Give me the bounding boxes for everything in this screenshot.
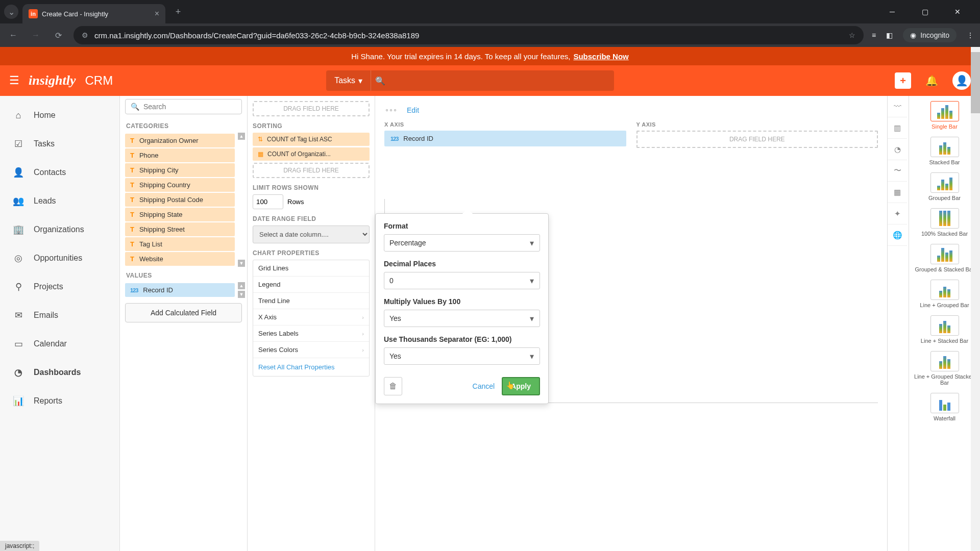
text-type-icon: T xyxy=(130,181,134,189)
pie-chart-icon[interactable]: ◔ xyxy=(888,139,907,160)
cancel-button[interactable]: Cancel xyxy=(473,382,495,390)
nav-contacts[interactable]: 👤Contacts xyxy=(0,158,119,187)
nav-reports[interactable]: 📊Reports xyxy=(0,387,119,415)
nav-calendar[interactable]: ▭Calendar xyxy=(0,330,119,358)
avatar[interactable]: 👤 xyxy=(952,71,971,90)
decimal-select[interactable]: 0 xyxy=(384,272,540,289)
address-bar: ← → ⟳ ⚙ crm.na1.insightly.com/Dashboards… xyxy=(0,23,980,47)
nav-dashboards[interactable]: ◔Dashboards xyxy=(0,358,119,387)
chart-type-line-grouped-stacked[interactable]: Line + Grouped Stacked Bar xyxy=(909,349,980,391)
field-website[interactable]: TWebsite xyxy=(125,252,235,266)
drag-zone-sort[interactable]: DRAG FIELD HERE xyxy=(253,163,370,178)
global-search-input[interactable] xyxy=(389,77,614,85)
scroll-up-icon[interactable]: ▲ xyxy=(238,133,245,140)
chart-type-line-stacked[interactable]: Line + Stacked Bar xyxy=(909,313,980,349)
nav-emails[interactable]: ✉Emails xyxy=(0,301,119,330)
apply-button[interactable]: 👆 Apply xyxy=(502,377,540,395)
extensions-icon[interactable]: ≡ xyxy=(872,31,876,39)
sort-item-1[interactable]: ⇅COUNT of Tag List ASC xyxy=(253,133,370,146)
chart-icon: 📊 xyxy=(12,395,24,407)
maximize-button[interactable]: ▢ xyxy=(915,2,935,22)
thousands-select[interactable]: Yes xyxy=(384,347,540,365)
scroll-down-icon[interactable]: ▼ xyxy=(238,260,245,267)
menu-toggle-icon[interactable]: ☰ xyxy=(9,74,19,87)
nav-organizations[interactable]: 🏢Organizations xyxy=(0,215,119,244)
nav-projects[interactable]: ⚲Projects xyxy=(0,272,119,301)
browser-tab[interactable]: in Create Card - Insightly × xyxy=(22,4,165,23)
prop-series-labels[interactable]: Series Labels› xyxy=(253,325,369,342)
subscribe-link[interactable]: Subscribe Now xyxy=(573,52,628,61)
page-scrollbar[interactable] xyxy=(971,47,980,551)
drag-zone-top[interactable]: DRAG FIELD HERE xyxy=(253,101,370,116)
panel-icon[interactable]: ◧ xyxy=(886,31,893,39)
x-axis-chip[interactable]: 123 Record ID xyxy=(384,131,626,146)
globe-icon[interactable]: 🌐 xyxy=(888,224,907,246)
prop-x-axis[interactable]: X Axis› xyxy=(253,309,369,325)
incognito-badge[interactable]: ◉ Incognito xyxy=(903,28,957,42)
chart-type-stacked-bar[interactable]: Stacked Bar xyxy=(909,135,980,170)
logo[interactable]: insightly xyxy=(29,73,76,88)
field-organization-owner[interactable]: TOrganization Owner xyxy=(125,134,235,147)
nav-home[interactable]: ⌂Home xyxy=(0,101,119,130)
field-shipping-state[interactable]: TShipping State xyxy=(125,208,235,221)
add-button[interactable]: + xyxy=(895,72,911,89)
sparkle-icon[interactable]: ✦ xyxy=(888,203,907,224)
field-shipping-country[interactable]: TShipping Country xyxy=(125,178,235,192)
address-input-wrap[interactable]: ⚙ crm.na1.insightly.com/Dashboards/Creat… xyxy=(74,26,864,44)
field-shipping-street[interactable]: TShipping Street xyxy=(125,222,235,236)
field-shipping-city[interactable]: TShipping City xyxy=(125,163,235,177)
tab-close-icon[interactable]: × xyxy=(155,9,159,18)
site-settings-icon[interactable]: ⚙ xyxy=(82,31,88,39)
field-tag-list[interactable]: TTag List xyxy=(125,237,235,251)
notifications-icon[interactable]: 🔔 xyxy=(925,74,938,87)
chart-properties-list: Grid Lines Legend Trend Line X Axis› Ser… xyxy=(253,260,370,377)
back-button[interactable]: ← xyxy=(6,31,20,40)
prop-grid-lines[interactable]: Grid Lines xyxy=(253,260,369,277)
chart-type-line-grouped[interactable]: Line + Grouped Bar xyxy=(909,278,980,313)
bar-chart-icon[interactable]: ▥ xyxy=(888,117,907,139)
area-chart-icon[interactable]: 〜 xyxy=(888,160,907,182)
chart-type-grouped-stacked[interactable]: Grouped & Stacked Bar xyxy=(909,242,980,278)
scroll-up-icon[interactable]: ▲ xyxy=(238,282,245,289)
format-select[interactable]: Percentage xyxy=(384,234,540,252)
drag-handle-icon[interactable]: ⚬⚬⚬ xyxy=(384,107,397,114)
tab-search-button[interactable]: ⌄ xyxy=(4,5,18,19)
chart-type-single-bar[interactable]: Single Bar xyxy=(909,99,980,135)
delete-button[interactable]: 🗑 xyxy=(384,377,402,395)
nav-tasks[interactable]: ☑Tasks xyxy=(0,130,119,158)
popover-buttons: 🗑 Cancel 👆 Apply xyxy=(384,377,540,395)
reload-button[interactable]: ⟳ xyxy=(51,31,65,40)
search-scope-dropdown[interactable]: Tasks ▾ xyxy=(326,70,371,91)
browser-menu-icon[interactable]: ⋮ xyxy=(967,31,974,39)
prop-trend-line[interactable]: Trend Line xyxy=(253,293,369,309)
chart-type-100-stacked[interactable]: 100% Stacked Bar xyxy=(909,206,980,242)
chart-type-waterfall[interactable]: Waterfall xyxy=(909,391,980,427)
forward-button[interactable]: → xyxy=(29,31,43,40)
edit-link[interactable]: Edit xyxy=(407,106,419,114)
y-axis-drop-zone[interactable]: DRAG FIELD HERE xyxy=(636,131,878,148)
multiply-select[interactable]: Yes xyxy=(384,310,540,327)
nav-leads[interactable]: 👥Leads xyxy=(0,187,119,215)
reset-chart-props-link[interactable]: Reset All Chart Properties xyxy=(253,358,369,376)
minimize-button[interactable]: ─ xyxy=(882,2,902,22)
chart-type-grouped-bar[interactable]: Grouped Bar xyxy=(909,170,980,206)
bookmark-icon[interactable]: ☆ xyxy=(849,31,855,39)
table-icon[interactable]: ▦ xyxy=(888,182,907,203)
field-search[interactable]: 🔍 Search xyxy=(125,99,242,114)
line-chart-icon[interactable]: 〰 xyxy=(888,96,907,117)
nav-opportunities[interactable]: ◎Opportunities xyxy=(0,244,119,272)
limit-input[interactable] xyxy=(253,194,283,209)
field-record-id[interactable]: 123Record ID xyxy=(125,283,235,297)
date-range-select[interactable]: Select a date column.... xyxy=(253,226,370,243)
new-tab-button[interactable]: + xyxy=(170,4,186,19)
close-window-button[interactable]: ✕ xyxy=(947,2,968,22)
header-actions: + 🔔 👤 xyxy=(895,71,971,90)
prop-legend[interactable]: Legend xyxy=(253,277,369,293)
scroll-down-icon[interactable]: ▼ xyxy=(238,291,245,298)
field-shipping-postal[interactable]: TShipping Postal Code xyxy=(125,193,235,207)
prop-series-colors[interactable]: Series Colors› xyxy=(253,342,369,358)
add-calculated-field-button[interactable]: Add Calculated Field xyxy=(125,303,242,322)
sort-item-2[interactable]: ▦COUNT of Organizati... xyxy=(253,147,370,161)
field-phone[interactable]: TPhone xyxy=(125,148,235,162)
scroll-thumb[interactable] xyxy=(971,52,980,113)
